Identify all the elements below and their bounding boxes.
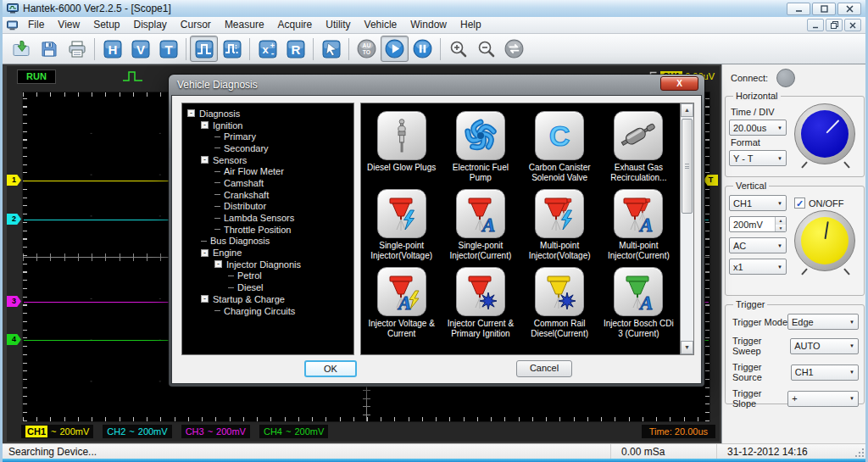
spin-down-icon[interactable]: ▼ — [776, 225, 786, 232]
carbon-canister-solenoid-valve-icon[interactable]: C — [535, 111, 584, 160]
menu-item-help[interactable]: Help — [453, 17, 488, 33]
zoom-out-button[interactable] — [472, 36, 500, 62]
injector-bosch-cdi-3-current-icon[interactable]: A — [614, 267, 663, 316]
tree-item-secondary[interactable]: Secondary — [214, 142, 352, 154]
menu-item-display[interactable]: Display — [127, 17, 174, 33]
trigger-slope-select[interactable]: +▼ — [787, 391, 859, 407]
vertical-setup-button[interactable]: V — [126, 36, 154, 62]
tree-item-lambda-sensors[interactable]: Lambda Sensors — [214, 212, 352, 224]
single-ponit-injector-current-icon[interactable]: A — [456, 189, 505, 238]
trigger-mode-select[interactable]: Edge▼ — [787, 314, 859, 330]
time-div-select[interactable]: 20.00us▼ — [729, 120, 787, 136]
tree-item-distributor[interactable]: Distributor — [214, 201, 352, 213]
channel-marker-ch1[interactable]: 1 — [7, 175, 21, 186]
save-button[interactable] — [35, 36, 63, 62]
start-button[interactable] — [381, 36, 409, 62]
tree-item-engine[interactable]: -Engine — [201, 247, 352, 259]
channel-marker-ch4[interactable]: 4 — [7, 334, 21, 345]
maximize-button[interactable] — [812, 3, 836, 15]
scrollbar[interactable]: ▲ ▼ — [680, 103, 693, 354]
tree-item-startup-charge[interactable]: -Startup & Charge — [201, 293, 352, 305]
tree-item-crankshaft[interactable]: Crankshaft — [214, 189, 352, 201]
pause-button[interactable] — [409, 36, 437, 62]
channel-marker-ch3[interactable]: 3 — [7, 296, 21, 307]
multi-point-injector-current-icon[interactable]: A — [614, 189, 663, 238]
multi-point-injector-voltage-icon[interactable] — [535, 189, 584, 238]
electronic-fuel-pump-icon[interactable] — [456, 111, 505, 160]
menu-item-measure[interactable]: Measure — [218, 17, 271, 33]
channel-select[interactable]: CH1▼ — [729, 195, 787, 211]
pulse-mode-button[interactable] — [190, 36, 218, 62]
tree-item-petrol[interactable]: Petrol — [228, 270, 352, 282]
tree-collapse-icon[interactable]: - — [187, 109, 195, 117]
horizontal-position-knob[interactable] — [794, 103, 857, 166]
zoom-in-button[interactable] — [444, 36, 472, 62]
pass-fail-button[interactable] — [500, 36, 528, 62]
exhaust-gas-recirculation-icon[interactable] — [614, 111, 663, 160]
channel-onoff-checkbox[interactable]: ✓ — [794, 198, 805, 209]
volts-div-stepper[interactable]: 200mV ▲▼ — [729, 216, 787, 232]
tree-item-diesel[interactable]: Diesel — [228, 281, 352, 293]
channel-chip-ch1[interactable]: CH1~200mV — [21, 425, 93, 438]
tree-item-ignition[interactable]: -Ignition — [201, 120, 352, 131]
menu-item-window[interactable]: Window — [403, 17, 453, 33]
spin-up-icon[interactable]: ▲ — [776, 217, 786, 225]
scroll-down-button[interactable]: ▼ — [681, 341, 693, 354]
trigger-source-select[interactable]: CH1▼ — [791, 365, 859, 381]
reference-button[interactable]: R — [281, 36, 309, 62]
scroll-up-button[interactable]: ▲ — [681, 103, 693, 117]
tree-collapse-icon[interactable]: - — [214, 260, 222, 268]
diesel-glow-plugs-icon[interactable] — [377, 111, 426, 160]
tree-item-sensors[interactable]: -Sensors — [201, 154, 352, 166]
tree-item-camshaft[interactable]: Camshaft — [214, 177, 352, 189]
dialog-title-bar[interactable]: Vehicle Diagnosis — [169, 75, 704, 94]
tree-collapse-icon[interactable]: - — [201, 121, 209, 129]
menu-item-file[interactable]: File — [21, 17, 51, 33]
menu-item-acquire[interactable]: Acquire — [271, 17, 320, 33]
menu-item-cursor[interactable]: Cursor — [174, 17, 218, 33]
tree-item-bus-diagnosis[interactable]: Bus Diagnosis — [201, 236, 352, 248]
tree-item-primary[interactable]: Primary — [214, 131, 352, 142]
mdi-close-button[interactable] — [844, 19, 861, 31]
close-button[interactable] — [837, 3, 861, 15]
vertical-position-knob[interactable] — [794, 210, 857, 273]
trigger-setup-button[interactable]: T — [154, 36, 182, 62]
autoset-button[interactable]: AUTO — [353, 36, 381, 62]
mdi-restore-button[interactable] — [826, 19, 843, 31]
tree-item-throttle-position[interactable]: Throttle Position — [214, 224, 352, 236]
mdi-minimize-button[interactable] — [807, 19, 824, 31]
tree-item-air-flow-meter[interactable]: Air Flow Meter — [214, 165, 352, 177]
pulse-measure-button[interactable] — [218, 36, 246, 62]
probe-select[interactable]: x1▼ — [729, 259, 787, 275]
menu-item-view[interactable]: View — [51, 17, 86, 33]
ok-button[interactable]: OK — [304, 360, 357, 377]
tree-collapse-icon[interactable]: - — [201, 295, 209, 303]
cancel-button[interactable]: Cancel — [516, 360, 572, 377]
channel-chip-ch2[interactable]: CH2~200mV — [103, 425, 171, 438]
minimize-button[interactable] — [787, 3, 810, 15]
coupling-select[interactable]: AC▼ — [729, 237, 787, 253]
resize-grip[interactable] — [852, 444, 865, 459]
injector-current-primary-ignition-icon[interactable] — [456, 267, 505, 316]
single-point-injector-voltage-icon[interactable] — [377, 189, 426, 238]
cursor-tool-button[interactable] — [317, 36, 345, 62]
channel-chip-ch4[interactable]: CH4~200mV — [259, 425, 328, 438]
open-button[interactable] — [7, 36, 35, 62]
tree-item-diagnosis[interactable]: -Diagnosis — [187, 108, 352, 120]
dialog-close-button[interactable]: X — [660, 76, 698, 91]
tree-collapse-icon[interactable]: - — [201, 156, 209, 164]
tree-item-charging-circuits[interactable]: Charging Circuits — [214, 305, 352, 317]
horizontal-setup-button[interactable]: H — [98, 36, 126, 62]
math-function-button[interactable]: x+- — [253, 36, 281, 62]
injector-voltage-current-icon[interactable]: A — [377, 267, 426, 316]
channel-chip-ch3[interactable]: CH3~200mV — [181, 425, 250, 438]
trigger-sweep-select[interactable]: AUTO▼ — [790, 338, 859, 354]
menu-item-vehicle[interactable]: Vehicle — [358, 17, 404, 33]
scrollbar-thumb[interactable] — [682, 119, 693, 214]
format-select[interactable]: Y - T▼ — [729, 150, 787, 166]
tree-collapse-icon[interactable]: - — [201, 249, 209, 257]
menu-item-utility[interactable]: Utility — [319, 17, 357, 33]
menu-item-setup[interactable]: Setup — [86, 17, 126, 33]
print-button[interactable] — [63, 36, 91, 62]
common-rail-diesel-current-icon[interactable] — [535, 267, 584, 316]
